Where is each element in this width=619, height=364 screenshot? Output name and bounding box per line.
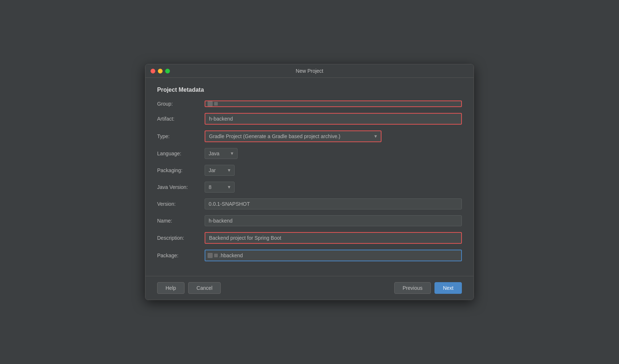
- new-project-dialog: New Project Project Metadata Group: Arti…: [145, 64, 474, 300]
- version-row: Version:: [157, 198, 462, 209]
- cancel-button[interactable]: Cancel: [188, 282, 221, 294]
- title-bar: New Project: [145, 64, 474, 78]
- package-control: .hbackend: [205, 250, 462, 261]
- type-control: Gradle Project (Generate a Gradle based …: [205, 130, 462, 142]
- group-input-container: [205, 101, 462, 107]
- version-input[interactable]: [205, 198, 462, 209]
- form-content: Project Metadata Group: Artifact: Type:: [145, 78, 474, 276]
- maximize-button[interactable]: [165, 69, 170, 73]
- type-select[interactable]: Gradle Project (Generate a Gradle based …: [205, 131, 381, 141]
- footer-left-buttons: Help Cancel: [157, 282, 221, 294]
- java-version-control: 8 11 17 21 ▼: [205, 182, 462, 193]
- group-label: Group:: [157, 101, 205, 107]
- package-row: Package: .hbackend: [157, 250, 462, 261]
- java-version-label: Java Version:: [157, 184, 205, 190]
- type-row: Type: Gradle Project (Generate a Gradle …: [157, 130, 462, 142]
- window-controls: [151, 69, 170, 73]
- name-row: Name:: [157, 215, 462, 226]
- group-icon-square: [208, 101, 213, 106]
- description-row: Description:: [157, 232, 462, 244]
- group-icon-square-2: [214, 102, 218, 106]
- package-icon-square: [208, 253, 213, 258]
- description-label: Description:: [157, 235, 205, 241]
- package-label: Package:: [157, 253, 205, 258]
- dialog-footer: Help Cancel Previous Next: [145, 276, 474, 300]
- group-control: [205, 101, 462, 107]
- name-input[interactable]: [205, 215, 462, 226]
- type-label: Type:: [157, 133, 205, 139]
- package-icon-square-small: [214, 254, 218, 257]
- name-control: [205, 215, 462, 226]
- package-suffix-text: .hbackend: [219, 250, 243, 261]
- version-label: Version:: [157, 201, 205, 207]
- packaging-select[interactable]: Jar War: [205, 165, 234, 175]
- description-control: [205, 232, 462, 244]
- version-control: [205, 198, 462, 209]
- dialog-title: New Project: [296, 68, 323, 74]
- section-title: Project Metadata: [157, 87, 462, 93]
- previous-button[interactable]: Previous: [394, 282, 431, 294]
- java-version-row: Java Version: 8 11 17 21 ▼: [157, 182, 462, 193]
- artifact-input[interactable]: [205, 113, 462, 125]
- help-button[interactable]: Help: [157, 282, 185, 294]
- language-row: Language: Java Kotlin Groovy ▼: [157, 148, 462, 159]
- type-select-wrapper: Gradle Project (Generate a Gradle based …: [205, 130, 381, 142]
- group-row: Group:: [157, 101, 462, 107]
- artifact-row: Artifact:: [157, 113, 462, 125]
- close-button[interactable]: [151, 69, 155, 73]
- minimize-button[interactable]: [158, 69, 163, 73]
- packaging-row: Packaging: Jar War ▼: [157, 165, 462, 176]
- artifact-control: [205, 113, 462, 125]
- java-version-select[interactable]: 8 11 17 21: [205, 182, 234, 192]
- packaging-select-wrapper: Jar War ▼: [205, 165, 235, 176]
- language-select[interactable]: Java Kotlin Groovy: [205, 148, 237, 159]
- package-prefix: [208, 253, 218, 258]
- description-input[interactable]: [205, 232, 462, 244]
- language-label: Language:: [157, 151, 205, 156]
- package-input-container[interactable]: .hbackend: [205, 250, 462, 261]
- name-label: Name:: [157, 218, 205, 224]
- packaging-control: Jar War ▼: [205, 165, 462, 176]
- java-version-select-wrapper: 8 11 17 21 ▼: [205, 182, 235, 193]
- artifact-label: Artifact:: [157, 116, 205, 122]
- footer-right-buttons: Previous Next: [394, 282, 462, 294]
- packaging-label: Packaging:: [157, 167, 205, 173]
- language-select-wrapper: Java Kotlin Groovy ▼: [205, 148, 238, 159]
- language-control: Java Kotlin Groovy ▼: [205, 148, 462, 159]
- next-button[interactable]: Next: [434, 282, 462, 294]
